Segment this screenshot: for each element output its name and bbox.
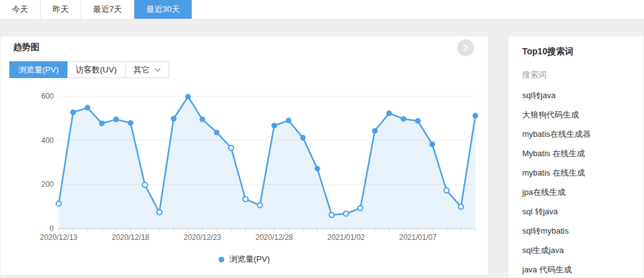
svg-text:2020/12/13: 2020/12/13 <box>40 233 77 242</box>
date-range-tabs: 今天昨天最近7天最近30天 <box>0 0 644 19</box>
legend-item-pv[interactable]: 浏览量(PV) <box>1 254 488 265</box>
metric-tab-label: 浏览量(PV) <box>18 62 59 77</box>
svg-text:2020/12/23: 2020/12/23 <box>184 233 221 242</box>
search-word-item[interactable]: sql 转java <box>522 202 637 221</box>
search-word-item[interactable]: sql转mybatis <box>522 221 637 241</box>
date-tab[interactable]: 今天 <box>0 0 41 19</box>
svg-text:2021/01/02: 2021/01/02 <box>327 233 365 242</box>
top-search-title: Top10搜索词 <box>522 46 637 57</box>
svg-text:400: 400 <box>41 136 54 145</box>
legend-dot-icon <box>219 257 224 262</box>
svg-text:200: 200 <box>41 180 54 189</box>
search-word-item[interactable]: sql转java <box>522 86 637 105</box>
svg-text:2020/12/28: 2020/12/28 <box>255 233 293 242</box>
search-word-item[interactable]: 大狼狗代码生成 <box>522 105 637 124</box>
date-tab[interactable]: 最近7天 <box>81 0 134 19</box>
svg-text:600: 600 <box>41 92 54 101</box>
metric-tab[interactable]: 浏览量(PV) <box>9 61 67 78</box>
svg-text:2020/12/18: 2020/12/18 <box>112 233 149 242</box>
search-word-item[interactable]: mybatis在线生成器 <box>522 124 637 144</box>
svg-text:2021/01/07: 2021/01/07 <box>399 233 437 242</box>
panel-title: 趋势图 <box>13 42 39 53</box>
search-word-item[interactable]: java 代码生成 <box>522 260 637 278</box>
svg-text:0: 0 <box>49 224 54 233</box>
search-word-item[interactable]: jpa在线生成 <box>522 182 637 202</box>
search-word-item[interactable]: sql生成java <box>522 241 637 260</box>
metric-tab[interactable]: 其它 <box>125 61 169 78</box>
date-tab[interactable]: 最近30天 <box>134 0 192 19</box>
search-word-item[interactable]: Mybatis 在线生成 <box>522 144 637 163</box>
date-tab[interactable]: 昨天 <box>41 0 81 19</box>
trend-chart: 02004006002020/12/132020/12/182020/12/23… <box>1 88 488 251</box>
legend-label: 浏览量(PV) <box>229 254 270 265</box>
top-search-panel: Top10搜索词 搜索词 sql转java大狼狗代码生成mybatis在线生成器… <box>508 36 644 278</box>
chevron-right-icon <box>463 44 468 51</box>
metric-tabs: 浏览量(PV)访客数(UV)其它 <box>9 61 169 78</box>
chevron-down-icon <box>154 68 161 72</box>
trend-panel: 趋势图 浏览量(PV)访客数(UV)其它 02004006002020/12/1… <box>0 36 488 276</box>
search-word-list: sql转java大狼狗代码生成mybatis在线生成器Mybatis 在线生成m… <box>522 86 637 278</box>
metric-tab[interactable]: 访客数(UV) <box>67 61 126 78</box>
search-column-header: 搜索词 <box>522 69 637 81</box>
next-panel-button[interactable] <box>457 39 474 56</box>
metric-tab-label: 访客数(UV) <box>76 62 117 77</box>
search-word-item[interactable]: mybatis 在线生成 <box>522 163 637 182</box>
metric-tab-label: 其它 <box>134 62 150 77</box>
